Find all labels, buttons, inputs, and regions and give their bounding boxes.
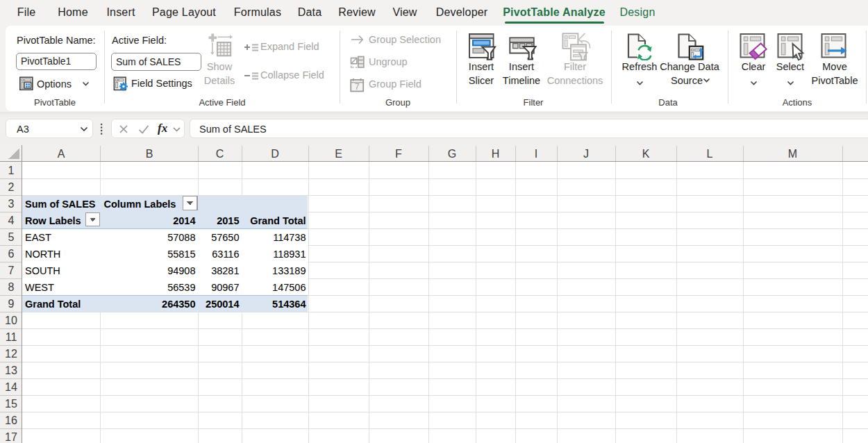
svg-text:147506: 147506 xyxy=(272,282,306,293)
svg-text:K: K xyxy=(642,148,650,160)
svg-text:12: 12 xyxy=(5,348,17,360)
svg-text:L: L xyxy=(707,148,713,160)
svg-text:118931: 118931 xyxy=(273,249,306,260)
svg-text:4: 4 xyxy=(8,215,15,226)
svg-text:8: 8 xyxy=(8,281,15,293)
svg-text:114738: 114738 xyxy=(273,232,306,243)
svg-text:D: D xyxy=(271,148,279,160)
svg-text:1: 1 xyxy=(8,165,15,176)
svg-text:15: 15 xyxy=(5,398,17,410)
svg-text:2015: 2015 xyxy=(217,215,239,226)
svg-text:Sum of SALES: Sum of SALES xyxy=(25,199,96,210)
svg-text:90967: 90967 xyxy=(211,282,239,293)
svg-text:2014: 2014 xyxy=(173,215,195,226)
svg-text:Row Labels: Row Labels xyxy=(25,215,81,226)
svg-text:Column Labels: Column Labels xyxy=(104,199,176,210)
svg-text:A: A xyxy=(58,148,65,160)
svg-text:10: 10 xyxy=(5,315,17,326)
svg-text:5: 5 xyxy=(8,231,15,243)
svg-text:F: F xyxy=(395,148,402,160)
svg-text:250014: 250014 xyxy=(206,299,239,310)
svg-text:11: 11 xyxy=(6,331,17,343)
svg-text:38281: 38281 xyxy=(211,265,239,276)
svg-text:16: 16 xyxy=(5,415,17,426)
svg-text:B: B xyxy=(146,148,153,160)
svg-text:133189: 133189 xyxy=(272,265,306,276)
svg-text:I: I xyxy=(535,148,537,160)
svg-text:13: 13 xyxy=(5,365,17,376)
svg-text:17: 17 xyxy=(5,431,17,443)
svg-text:E: E xyxy=(335,148,342,160)
svg-text:55815: 55815 xyxy=(167,249,195,260)
svg-text:2: 2 xyxy=(8,181,15,193)
svg-text:6: 6 xyxy=(8,248,15,260)
svg-text:9: 9 xyxy=(8,298,15,310)
svg-text:J: J xyxy=(583,148,589,160)
svg-text:94908: 94908 xyxy=(167,265,195,276)
svg-text:7: 7 xyxy=(355,82,360,92)
svg-text:14: 14 xyxy=(5,381,17,393)
svg-text:WEST: WEST xyxy=(25,282,54,293)
svg-text:C: C xyxy=(216,148,224,160)
svg-text:Grand Total: Grand Total xyxy=(25,299,81,310)
svg-text:264350: 264350 xyxy=(162,299,195,310)
svg-text:NORTH: NORTH xyxy=(25,249,60,260)
svg-text:H: H xyxy=(492,148,500,160)
svg-text:SOUTH: SOUTH xyxy=(25,265,60,276)
svg-text:57650: 57650 xyxy=(211,232,239,243)
svg-text:7: 7 xyxy=(8,265,15,276)
svg-text:EAST: EAST xyxy=(25,232,51,243)
svg-text:63116: 63116 xyxy=(212,249,239,260)
svg-text:G: G xyxy=(448,148,456,160)
svg-text:514364: 514364 xyxy=(272,299,306,310)
svg-text:Grand Total: Grand Total xyxy=(250,215,306,226)
svg-text:56539: 56539 xyxy=(167,282,195,293)
svg-text:57088: 57088 xyxy=(167,232,195,243)
svg-text:M: M xyxy=(788,148,797,160)
svg-text:3: 3 xyxy=(8,198,15,210)
